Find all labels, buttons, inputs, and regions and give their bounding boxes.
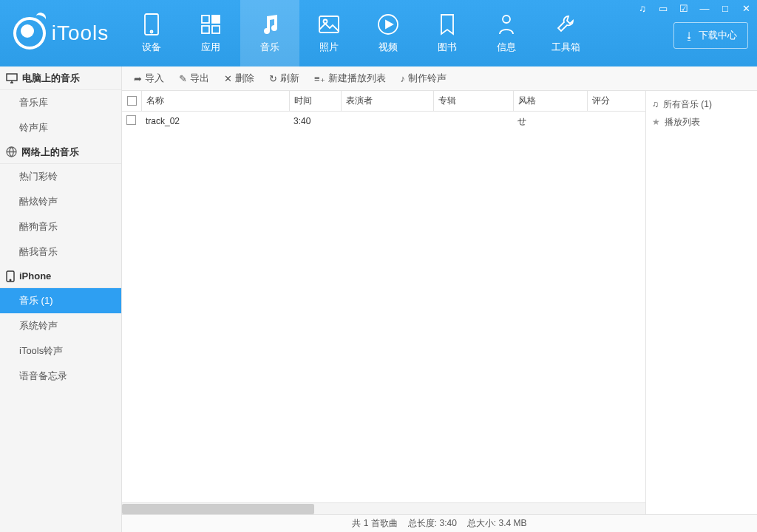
section-title: iPhone: [19, 270, 51, 282]
ringtone-icon: ♪: [401, 73, 406, 84]
section-title: 网络上的音乐: [21, 146, 79, 159]
playlists-item[interactable]: ★ 播放列表: [649, 113, 754, 131]
videos-icon: [376, 13, 400, 36]
svg-rect-6: [319, 16, 339, 33]
nav-label: 设备: [142, 41, 161, 54]
phone-icon: [6, 270, 15, 282]
header-artist[interactable]: 表演者: [341, 91, 433, 111]
sidebar-item-itools-ringtones[interactable]: iTools铃声: [0, 338, 121, 364]
sidebar-section-iphone[interactable]: iPhone: [0, 265, 121, 288]
header-name[interactable]: 名称: [141, 91, 289, 111]
table-row[interactable]: track_02 3:40 せ: [122, 112, 645, 131]
close-icon[interactable]: ✕: [739, 3, 753, 13]
header-time[interactable]: 时间: [289, 91, 341, 111]
svg-point-13: [10, 279, 11, 281]
nav-apps[interactable]: 应用: [181, 0, 240, 66]
refresh-icon: ↻: [269, 73, 277, 84]
svg-rect-5: [212, 26, 220, 33]
photos-icon: [317, 13, 341, 36]
nav-info[interactable]: 信息: [477, 0, 536, 66]
delete-button[interactable]: ✕删除: [218, 69, 260, 88]
nav-videos[interactable]: 视频: [359, 0, 418, 66]
sidebar-item-system-ringtones[interactable]: 系统铃声: [0, 313, 121, 338]
cell-time: 3:40: [289, 116, 341, 126]
section-title: 电脑上的音乐: [22, 72, 80, 85]
sidebar-section-network[interactable]: 网络上的音乐: [0, 140, 121, 164]
import-icon: ➦: [134, 73, 142, 84]
export-icon: ✎: [179, 73, 187, 84]
sidebar-item-cool-ringtones[interactable]: 酷炫铃声: [0, 189, 121, 214]
svg-rect-0: [145, 14, 158, 35]
toolbox-icon: [554, 13, 577, 36]
svg-rect-4: [202, 26, 209, 33]
logo-icon: [13, 17, 46, 50]
header-rating[interactable]: 评分: [587, 91, 645, 111]
star-icon: ★: [652, 117, 660, 127]
status-length: 总长度: 3:40: [408, 517, 457, 530]
svg-rect-2: [202, 16, 209, 23]
maximize-icon[interactable]: □: [719, 3, 732, 13]
sidebar-item-voice-memos[interactable]: 语音备忘录: [0, 364, 121, 389]
books-icon: [435, 13, 459, 36]
nav-photos[interactable]: 照片: [299, 0, 359, 66]
sidebar-section-computer[interactable]: 电脑上的音乐: [0, 66, 121, 90]
window-controls: ♫ ▭ ☑ — □ ✕: [636, 3, 753, 13]
sidebar-item-device-music[interactable]: 音乐 (1): [0, 288, 121, 313]
status-count: 共 1 首歌曲: [352, 517, 397, 530]
minimize-icon[interactable]: —: [698, 3, 711, 13]
nav-books[interactable]: 图书: [418, 0, 477, 66]
horizontal-scrollbar[interactable]: [122, 502, 645, 514]
nav-label: 工具箱: [551, 41, 580, 54]
titlebar-chat-icon[interactable]: ▭: [656, 3, 670, 13]
titlebar-music-icon[interactable]: ♫: [636, 3, 649, 13]
row-checkbox[interactable]: [122, 115, 141, 127]
info-icon: [495, 13, 518, 36]
import-button[interactable]: ➦导入: [128, 69, 170, 88]
track-table: 名称 时间 表演者 专辑 风格 评分 track_02 3:40 せ: [122, 91, 646, 514]
cell-name: track_02: [141, 116, 289, 126]
playlist-add-icon: ≡₊: [314, 73, 325, 84]
delete-icon: ✕: [224, 73, 232, 84]
header-genre[interactable]: 风格: [513, 91, 587, 111]
music-note-icon: ♫: [652, 99, 659, 109]
sidebar-item-music-library[interactable]: 音乐库: [0, 90, 121, 115]
right-panel: ♫ 所有音乐 (1) ★ 播放列表: [646, 91, 757, 514]
make-ringtone-button[interactable]: ♪制作铃声: [395, 69, 453, 88]
nav-label: 视频: [378, 41, 398, 54]
sidebar-item-ringtone-library[interactable]: 铃声库: [0, 115, 121, 140]
app-header: iTools 设备 应用 音乐 照片 视频 图书 信息: [0, 0, 757, 66]
export-button[interactable]: ✎导出: [173, 69, 215, 88]
nav-label: 信息: [497, 41, 516, 54]
download-center-button[interactable]: ⭳ 下载中心: [673, 22, 748, 49]
sidebar-item-hot-ringtones[interactable]: 热门彩铃: [0, 164, 121, 189]
refresh-button[interactable]: ↻刷新: [263, 69, 305, 88]
new-playlist-button[interactable]: ≡₊新建播放列表: [308, 69, 392, 88]
music-icon: [258, 13, 282, 36]
globe-icon: [6, 146, 17, 157]
logo-area: iTools: [0, 0, 122, 66]
download-icon: ⭳: [685, 30, 694, 41]
nav-toolbox[interactable]: 工具箱: [536, 0, 595, 66]
nav-label: 照片: [319, 41, 339, 54]
nav-device[interactable]: 设备: [122, 0, 181, 66]
table-body: track_02 3:40 せ: [122, 112, 645, 502]
main-area: ➦导入 ✎导出 ✕删除 ↻刷新 ≡₊新建播放列表 ♪制作铃声 名称 时间 表演者…: [122, 66, 757, 532]
titlebar-feedback-icon[interactable]: ☑: [677, 3, 690, 13]
nav-label: 图书: [438, 41, 457, 54]
nav-label: 应用: [201, 41, 220, 54]
header-checkbox[interactable]: [122, 91, 141, 111]
content-area: 名称 时间 表演者 专辑 风格 评分 track_02 3:40 せ: [122, 91, 757, 514]
svg-rect-3: [212, 16, 220, 23]
scroll-thumb[interactable]: [122, 504, 314, 514]
svg-rect-10: [7, 74, 17, 81]
sidebar-item-kugou[interactable]: 酷狗音乐: [0, 214, 121, 239]
apps-icon: [199, 13, 223, 36]
svg-point-9: [503, 16, 510, 23]
svg-point-1: [151, 31, 153, 33]
toolbar: ➦导入 ✎导出 ✕删除 ↻刷新 ≡₊新建播放列表 ♪制作铃声: [122, 66, 757, 91]
sidebar-item-kuwo[interactable]: 酷我音乐: [0, 239, 121, 265]
download-label: 下载中心: [699, 29, 737, 42]
nav-music[interactable]: 音乐: [240, 0, 299, 66]
header-album[interactable]: 专辑: [433, 91, 513, 111]
all-music-item[interactable]: ♫ 所有音乐 (1): [649, 95, 754, 113]
